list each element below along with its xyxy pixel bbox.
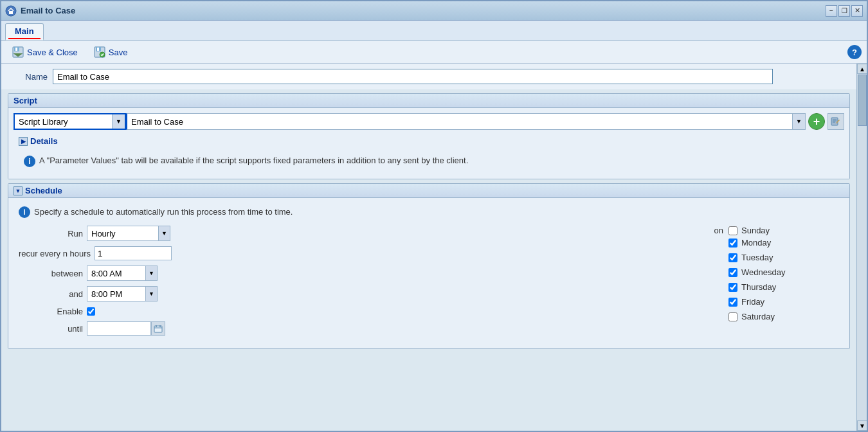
save-button[interactable]: Save [88,44,133,60]
schedule-section-title: Schedule [25,186,62,195]
toolbar: Save & Close Save ? [1,41,867,64]
until-row: until [19,321,672,336]
saturday-checkbox[interactable] [728,312,737,321]
thursday-row: Thursday [728,282,839,292]
between-label: between [19,269,83,278]
friday-checkbox[interactable] [728,298,737,307]
add-script-button[interactable]: + [808,113,825,130]
script-info-box: i A "Parameter Values" tab will be avail… [14,148,844,174]
saturday-label: Saturday [741,312,775,321]
until-input[interactable] [87,321,151,336]
run-dropdown-arrow[interactable]: ▼ [158,226,170,240]
restore-button[interactable]: ❐ [838,5,850,17]
script-type-value: Script Library [15,114,112,129]
thursday-label: Thursday [741,282,776,292]
window-controls: − ❐ ✕ [826,5,863,17]
title-bar: Email to Case − ❐ ✕ [1,1,867,21]
between-dropdown-arrow[interactable]: ▼ [145,266,157,280]
and-value: 8:00 PM [87,287,145,301]
save-label: Save [109,48,128,57]
scrollbar[interactable]: ▲ ▼ [856,64,867,431]
script-type-dropdown[interactable]: Script Library ▼ [14,113,126,130]
sunday-checkbox[interactable] [728,226,737,235]
scroll-down-button[interactable]: ▼ [857,420,867,431]
scroll-track [857,74,867,420]
tab-main-label: Main [15,26,34,36]
sunday-label: Sunday [741,226,770,235]
script-section-title: Script [14,96,37,105]
calendar-button[interactable] [151,321,165,336]
friday-row: Friday [728,297,839,307]
monday-checkbox[interactable] [728,239,737,248]
saturday-row: Saturday [728,312,839,321]
schedule-fields: Run Hourly ▼ recur every n hours [19,226,839,341]
schedule-info-row: i Specify a schedule to automatically ru… [19,206,839,218]
between-row: between 8:00 AM ▼ [19,266,672,281]
wednesday-checkbox[interactable] [728,268,737,277]
svg-rect-9 [831,118,838,125]
name-row: Name [1,64,856,89]
script-info-text: A "Parameter Values" tab will be availab… [39,155,468,166]
scroll-up-button[interactable]: ▲ [857,64,867,74]
on-label: on [698,226,723,235]
schedule-toggle-icon[interactable]: ▼ [14,186,23,195]
save-close-icon [12,46,24,59]
script-name-arrow-icon[interactable]: ▼ [792,114,805,129]
script-name-dropdown[interactable]: Email to Case ▼ [126,113,806,130]
close-button[interactable]: ✕ [851,5,863,17]
info-icon: i [24,156,35,167]
tuesday-label: Tuesday [741,253,773,262]
schedule-info-icon: i [19,206,30,218]
friday-label: Friday [741,297,764,307]
svg-rect-13 [154,326,162,332]
enable-checkbox[interactable] [87,307,95,316]
svg-rect-7 [97,48,99,51]
wednesday-row: Wednesday [728,267,839,277]
monday-label: Monday [741,238,771,248]
on-label-row: on Sunday [698,226,839,235]
script-name-value: Email to Case [127,114,792,129]
between-dropdown[interactable]: 8:00 AM ▼ [87,266,158,281]
and-dropdown-arrow[interactable]: ▼ [145,287,157,301]
save-icon [93,46,106,59]
script-section-header: Script [8,94,849,108]
monday-row: Monday [728,238,839,248]
script-type-arrow-icon[interactable]: ▼ [112,114,125,129]
details-label: Details [30,136,58,146]
window-icon [5,5,17,17]
weekday-checkboxes: Monday Tuesday Wednesday [698,238,839,324]
name-label: Name [9,72,48,82]
scroll-thumb[interactable] [858,75,867,126]
minimize-button[interactable]: − [826,5,837,17]
details-toggle[interactable]: ▶ Details [14,134,844,148]
schedule-left-fields: Run Hourly ▼ recur every n hours [19,226,672,341]
recur-row: recur every n hours [19,246,672,260]
tuesday-checkbox[interactable] [728,253,737,262]
thursday-checkbox[interactable] [728,283,737,292]
save-close-button[interactable]: Save & Close [6,44,83,60]
run-value: Hourly [87,226,158,240]
tab-bar: Main [1,21,867,41]
name-input[interactable] [53,69,773,84]
script-section-body: Script Library ▼ Email to Case ▼ + [8,108,849,179]
run-label: Run [19,229,83,239]
recur-input[interactable] [95,246,172,260]
content-area: Name Script Script Library ▼ [1,64,867,431]
recur-label: recur every n hours [19,249,91,258]
and-dropdown[interactable]: 8:00 PM ▼ [87,286,158,302]
help-button[interactable]: ? [847,45,862,59]
window: Email to Case − ❐ ✕ Main Save & Close [0,0,868,432]
until-field-group [87,321,165,336]
schedule-right-fields: on Sunday Monday [698,226,839,341]
and-row: and 8:00 PM ▼ [19,286,672,302]
tab-main[interactable]: Main [5,23,44,40]
svg-rect-1 [9,11,13,14]
save-close-label: Save & Close [27,48,78,57]
enable-label: Enable [19,307,83,316]
script-section: Script Script Library ▼ Email to Case ▼ [8,93,850,179]
edit-script-button[interactable] [827,113,844,130]
tab-active-indicator [8,38,41,39]
run-dropdown[interactable]: Hourly ▼ [87,226,170,241]
wednesday-label: Wednesday [741,267,785,277]
schedule-section: ▼ Schedule i Specify a schedule to autom… [8,183,850,349]
